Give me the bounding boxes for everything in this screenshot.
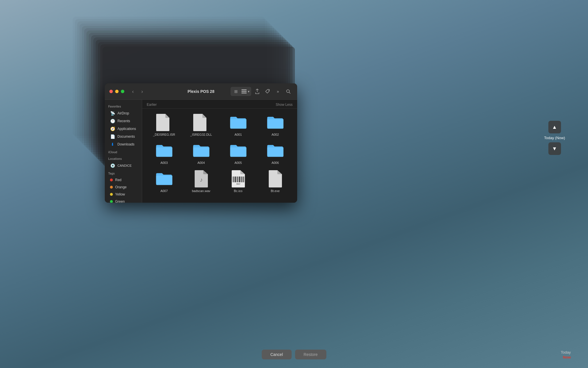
view-toggle-group: ⊞ ▼ [231, 87, 251, 96]
documents-icon: 📄 [110, 134, 115, 139]
recents-icon: 🕐 [110, 119, 115, 123]
more-button[interactable]: » [274, 87, 282, 95]
applications-icon: 🧭 [110, 126, 115, 131]
bcico-name: Bc.ico [234, 189, 243, 193]
file-item-badscan[interactable]: ♪ badscan.wav [184, 168, 218, 194]
downloads-label: Downloads [117, 142, 134, 146]
window-body: Favorites 📡 AirDrop 🕐 Recents 🧭 Applicat… [105, 100, 297, 203]
file-item-isreg32[interactable]: _ISREG32.DLL [184, 112, 218, 138]
time-up-button[interactable]: ▲ [548, 121, 561, 133]
traffic-lights [109, 90, 124, 93]
svg-point-3 [268, 90, 269, 91]
a006-icon [267, 142, 284, 159]
a004-name: A004 [198, 161, 205, 164]
nav-arrows: ‹ › [129, 87, 146, 95]
svg-text:♪: ♪ [200, 177, 203, 183]
now-label: Now [563, 355, 571, 359]
sidebar-item-recents[interactable]: 🕐 Recents [107, 117, 140, 125]
a002-icon [267, 114, 284, 131]
yellow-label: Yellow [115, 192, 125, 196]
maximize-button[interactable] [121, 90, 124, 93]
sidebar-item-yellow[interactable]: Yellow [107, 191, 140, 198]
file-item-a003[interactable]: A003 [147, 140, 181, 166]
orange-dot [110, 186, 113, 189]
grid-view-button[interactable]: ⊞ [232, 87, 240, 95]
drive-icon: 💿 [110, 163, 115, 168]
svg-rect-1 [241, 91, 247, 92]
sidebar-item-applications[interactable]: 🧭 Applications [107, 125, 140, 133]
share-button[interactable] [253, 87, 262, 95]
file-item-a004[interactable]: A004 [184, 140, 218, 166]
window-title: Plexis POS 28 [187, 89, 214, 94]
a005-icon [230, 142, 247, 159]
file-item-a006[interactable]: A006 [258, 140, 293, 166]
documents-label: Documents [117, 135, 135, 139]
svg-rect-14 [241, 177, 241, 182]
sidebar-item-orange[interactable]: Orange [107, 184, 140, 191]
svg-rect-13 [239, 177, 240, 182]
sidebar-item-downloads[interactable]: ⬇ Downloads [107, 141, 140, 148]
file-item-a005[interactable]: A005 [221, 140, 256, 166]
cancel-button[interactable]: Cancel [262, 350, 292, 359]
toolbar-icons: ⊞ ▼ [231, 87, 293, 96]
favorites-section-label: Favorites [105, 103, 142, 109]
recents-label: Recents [117, 119, 130, 123]
earlier-label: Earlier [147, 103, 157, 107]
svg-rect-11 [237, 177, 238, 182]
yellow-dot [110, 193, 113, 196]
file-item-deisreg[interactable]: _DEISREG.ISR [147, 112, 181, 138]
sidebar-item-documents[interactable]: 📄 Documents [107, 133, 140, 140]
file-item-a001[interactable]: A001 [221, 112, 256, 138]
svg-rect-2 [241, 93, 247, 93]
badscan-icon: ♪ [193, 170, 210, 187]
time-labels: Today Now [561, 350, 571, 359]
tag-button[interactable] [263, 87, 272, 95]
red-dot [110, 179, 113, 181]
dialog-buttons: Cancel Restore [262, 344, 326, 368]
list-view-button[interactable]: ▼ [241, 87, 250, 95]
file-item-btexe[interactable]: Bt.exe [258, 168, 293, 194]
green-dot [110, 200, 113, 203]
orange-label: Orange [115, 185, 127, 189]
a006-name: A006 [272, 161, 279, 164]
sidebar-item-red[interactable]: Red [107, 177, 140, 183]
sidebar-item-airdrop[interactable]: 📡 AirDrop [107, 110, 140, 117]
svg-rect-16 [243, 177, 243, 182]
badscan-name: badscan.wav [192, 189, 210, 193]
time-current-label: Today (Now) [544, 136, 565, 140]
search-button[interactable] [284, 87, 293, 95]
files-grid: _DEISREG.ISR _ISREG32.DLL [142, 109, 297, 198]
isreg32-icon [193, 114, 210, 131]
svg-rect-7 [233, 177, 233, 182]
today-label: Today [561, 350, 571, 354]
a001-icon [230, 114, 247, 131]
svg-rect-8 [234, 177, 234, 182]
back-button[interactable]: ‹ [129, 87, 137, 95]
sidebar: Favorites 📡 AirDrop 🕐 Recents 🧭 Applicat… [105, 100, 142, 203]
time-down-button[interactable]: ▼ [548, 142, 561, 155]
time-machine-nav: ▲ Today (Now) ▼ [544, 121, 565, 155]
sidebar-item-candice[interactable]: 💿 CANDICE [107, 162, 140, 169]
close-button[interactable] [109, 90, 113, 93]
content-area: Earlier Show Less _DEISREG.ISR [142, 100, 297, 203]
isreg32-name: _ISREG32.DLL [190, 133, 212, 136]
file-item-a007[interactable]: A007 [147, 168, 181, 194]
file-item-bcico[interactable]: 35637 Bc.ico [221, 168, 256, 194]
svg-rect-0 [241, 89, 247, 90]
candice-label: CANDICE [117, 164, 132, 167]
forward-button[interactable]: › [138, 87, 146, 95]
bcico-icon: 35637 [230, 170, 247, 187]
section-header: Earlier Show Less [142, 100, 297, 109]
finder-window: ‹ › Plexis POS 28 ⊞ ▼ [105, 83, 297, 203]
airdrop-label: AirDrop [117, 111, 129, 115]
tags-section-label: Tags [105, 170, 142, 176]
file-item-a002[interactable]: A002 [258, 112, 293, 138]
restore-button[interactable]: Restore [295, 350, 326, 359]
btexe-icon [267, 170, 284, 187]
minimize-button[interactable] [115, 90, 119, 93]
btexe-name: Bt.exe [271, 189, 280, 193]
a007-name: A007 [160, 189, 168, 193]
sidebar-item-green[interactable]: Green [107, 198, 140, 203]
show-less-button[interactable]: Show Less [276, 103, 293, 107]
locations-section-label: Locations [105, 155, 142, 162]
